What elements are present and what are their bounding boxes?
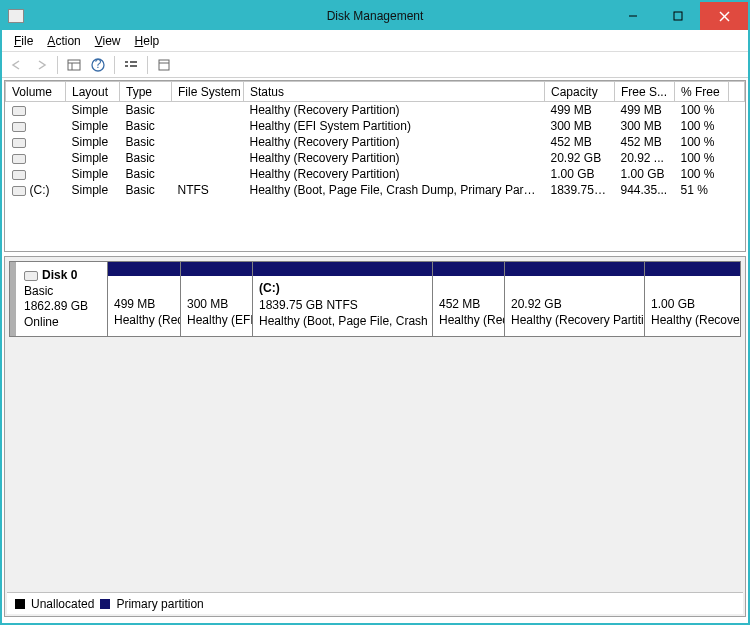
partition-stripe — [253, 262, 432, 276]
partition[interactable]: (C:)1839.75 GB NTFSHealthy (Boot, Page F… — [252, 262, 432, 336]
partition[interactable]: 1.00 GBHealthy (Recovery Partition) — [644, 262, 740, 336]
minimize-button[interactable] — [610, 2, 655, 30]
help-button[interactable]: ? — [87, 54, 109, 76]
volume-row[interactable]: SimpleBasicHealthy (Recovery Partition)1… — [6, 166, 745, 182]
volume-row[interactable]: SimpleBasicHealthy (EFI System Partition… — [6, 118, 745, 134]
col-free[interactable]: Free S... — [615, 82, 675, 102]
back-button[interactable] — [6, 54, 28, 76]
svg-text:?: ? — [95, 58, 102, 71]
volume-row[interactable]: SimpleBasicHealthy (Recovery Partition)4… — [6, 102, 745, 119]
partition-stripe — [645, 262, 740, 276]
svg-rect-10 — [125, 65, 128, 67]
volume-layout: Simple — [66, 102, 120, 119]
svg-rect-4 — [68, 60, 80, 70]
disk-size: 1862.89 GB — [24, 299, 88, 313]
app-icon — [8, 9, 24, 23]
volume-capacity: 1839.75 GB — [545, 182, 615, 198]
disk-icon — [24, 271, 38, 281]
volume-free: 499 MB — [615, 102, 675, 119]
disk-title: Disk 0 — [42, 268, 77, 282]
volume-pct: 100 % — [675, 118, 729, 134]
titlebar[interactable]: Disk Management — [2, 2, 748, 30]
volume-fs — [172, 134, 244, 150]
volume-free: 452 MB — [615, 134, 675, 150]
volume-type: Basic — [120, 134, 172, 150]
toolbar-separator — [57, 56, 58, 74]
partition-size: 499 MB — [114, 297, 155, 311]
col-filesystem[interactable]: File System — [172, 82, 244, 102]
column-header-row[interactable]: Volume Layout Type File System Status Ca… — [6, 82, 745, 102]
partition[interactable]: 452 MBHealthy (Recovery Partition) — [432, 262, 504, 336]
volume-icon — [12, 122, 26, 132]
partition[interactable]: 300 MBHealthy (EFI System Partition) — [180, 262, 252, 336]
volume-layout: Simple — [66, 166, 120, 182]
partition[interactable]: 20.92 GBHealthy (Recovery Partition) — [504, 262, 644, 336]
legend: Unallocated Primary partition — [7, 592, 743, 614]
volume-fs — [172, 102, 244, 119]
maximize-button[interactable] — [655, 2, 700, 30]
window-title: Disk Management — [327, 9, 424, 23]
menu-action[interactable]: Action — [41, 32, 86, 50]
views-button[interactable] — [63, 54, 85, 76]
partition-status: Healthy (Recovery Partition) — [114, 313, 180, 327]
partition-size: 1.00 GB — [651, 297, 695, 311]
partition-stripe — [181, 262, 252, 276]
status-bar — [2, 619, 748, 623]
menu-bar: File Action View Help — [2, 30, 748, 52]
disk-type: Basic — [24, 284, 53, 298]
volume-name — [6, 134, 66, 150]
partition-status: Healthy (Recovery Partition) — [651, 313, 740, 327]
partition-size: 1839.75 GB NTFS — [259, 298, 358, 312]
volume-status: Healthy (Recovery Partition) — [244, 166, 545, 182]
toolbar-separator — [147, 56, 148, 74]
col-capacity[interactable]: Capacity — [545, 82, 615, 102]
menu-help[interactable]: Help — [129, 32, 166, 50]
volume-icon — [12, 170, 26, 180]
col-status[interactable]: Status — [244, 82, 545, 102]
volume-fs — [172, 118, 244, 134]
col-type[interactable]: Type — [120, 82, 172, 102]
volume-status: Healthy (Recovery Partition) — [244, 150, 545, 166]
disk-row[interactable]: Disk 0 Basic 1862.89 GB Online 499 MBHea… — [9, 261, 741, 337]
disk-status-stripe — [10, 262, 16, 336]
menu-file[interactable]: File — [8, 32, 39, 50]
partition-status: Healthy (Recovery Partition) — [511, 313, 644, 327]
volume-pct: 100 % — [675, 134, 729, 150]
close-button[interactable] — [700, 2, 748, 30]
volume-layout: Simple — [66, 182, 120, 198]
volume-free: 1.00 GB — [615, 166, 675, 182]
volume-row[interactable]: SimpleBasicHealthy (Recovery Partition)2… — [6, 150, 745, 166]
menu-view[interactable]: View — [89, 32, 127, 50]
partition-status: Healthy (EFI System Partition) — [187, 313, 252, 327]
volume-icon — [12, 154, 26, 164]
forward-button[interactable] — [30, 54, 52, 76]
partition-size: 20.92 GB — [511, 297, 562, 311]
col-layout[interactable]: Layout — [66, 82, 120, 102]
volume-status: Healthy (Boot, Page File, Crash Dump, Pr… — [244, 182, 545, 198]
volume-status: Healthy (Recovery Partition) — [244, 134, 545, 150]
list-icon[interactable] — [120, 54, 142, 76]
toolbar-separator — [114, 56, 115, 74]
volume-layout: Simple — [66, 134, 120, 150]
svg-rect-9 — [125, 61, 128, 63]
volume-pct: 100 % — [675, 166, 729, 182]
volume-free: 944.35... — [615, 182, 675, 198]
properties-icon[interactable] — [153, 54, 175, 76]
volume-row[interactable]: (C:)SimpleBasicNTFSHealthy (Boot, Page F… — [6, 182, 745, 198]
volume-type: Basic — [120, 182, 172, 198]
col-volume[interactable]: Volume — [6, 82, 66, 102]
col-pctfree[interactable]: % Free — [675, 82, 729, 102]
partition[interactable]: 499 MBHealthy (Recovery Partition) — [108, 262, 180, 336]
volume-layout: Simple — [66, 150, 120, 166]
volume-list[interactable]: Volume Layout Type File System Status Ca… — [4, 80, 746, 252]
legend-unallocated-swatch — [15, 599, 25, 609]
volume-row[interactable]: SimpleBasicHealthy (Recovery Partition)4… — [6, 134, 745, 150]
partition-status: Healthy (Recovery Partition) — [439, 313, 504, 327]
volume-type: Basic — [120, 118, 172, 134]
volume-capacity: 452 MB — [545, 134, 615, 150]
volume-type: Basic — [120, 150, 172, 166]
disk-info[interactable]: Disk 0 Basic 1862.89 GB Online — [10, 262, 108, 336]
svg-rect-12 — [130, 65, 137, 67]
legend-unallocated-label: Unallocated — [31, 597, 94, 611]
partition-stripe — [433, 262, 504, 276]
